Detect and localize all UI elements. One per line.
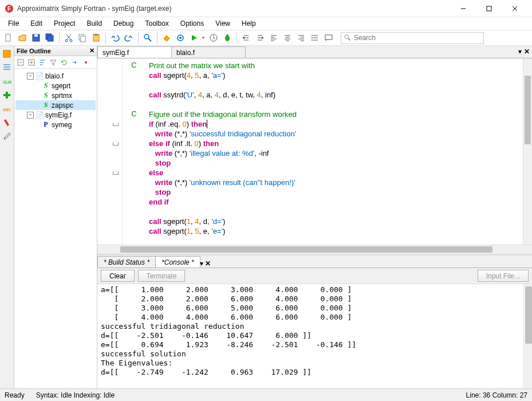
bottom-close-icon[interactable]: ✕ <box>205 260 211 268</box>
terminate-button[interactable]: Terminate <box>138 270 186 282</box>
maximize-button[interactable] <box>476 1 502 17</box>
bug-icon[interactable] <box>221 32 234 44</box>
settings-icon[interactable] <box>174 32 187 44</box>
open-icon[interactable] <box>16 32 29 44</box>
svg-text:F: F <box>7 6 11 12</box>
filter-icon[interactable] <box>48 57 58 68</box>
bottom-dropdown-icon[interactable]: ▾ <box>200 260 203 268</box>
statusbar: Ready Syntax: Idle Indexing: Idle Line: … <box>0 388 532 401</box>
menu-view[interactable]: View <box>210 18 236 29</box>
paste-icon[interactable] <box>90 32 103 44</box>
marker-icon[interactable] <box>1 117 13 128</box>
svg-point-28 <box>345 35 349 39</box>
save-all-icon[interactable] <box>44 32 56 44</box>
project-panel-icon[interactable] <box>1 48 13 60</box>
svg-rect-30 <box>3 50 10 57</box>
align-center-icon[interactable] <box>281 32 294 44</box>
editor-tabs: symEig.fblaio.f ▾ ✕ <box>97 46 532 58</box>
undo-icon[interactable] <box>109 32 121 44</box>
plugins-icon[interactable] <box>1 89 13 101</box>
sort-icon[interactable] <box>37 57 48 68</box>
refresh-icon[interactable] <box>59 57 69 68</box>
code-area[interactable]: Print out the matrix we start withcall s… <box>145 58 523 245</box>
search-icon <box>344 34 352 42</box>
svg-rect-6 <box>6 34 10 41</box>
pin-icon[interactable] <box>81 57 91 68</box>
outline-title: File Outline <box>17 48 89 54</box>
svg-rect-8 <box>34 34 38 37</box>
menu-build[interactable]: Build <box>81 18 108 29</box>
outline-tree[interactable]: −📄blaio.fSsgeprtSsprtmxSzapspc−📄symEig.f… <box>14 69 97 388</box>
svg-rect-27 <box>325 35 332 40</box>
toolbar <box>0 30 532 46</box>
copy-icon[interactable] <box>76 32 89 44</box>
titlebar: F Approximatrix Simply Fortran - symEig … <box>0 0 532 17</box>
clock-icon[interactable] <box>207 32 220 44</box>
bottom-tabs: * Build Status **Console * ▾ ✕ <box>97 255 532 268</box>
tree-item-symEig-f[interactable]: −📄symEig.f <box>15 110 96 120</box>
goto-icon[interactable] <box>70 57 80 68</box>
expand-icon[interactable] <box>26 57 37 68</box>
outline-close-icon[interactable]: ✕ <box>89 47 94 54</box>
console-scrollbar[interactable] <box>523 284 532 388</box>
svg-rect-16 <box>94 34 98 36</box>
status-ready: Ready <box>5 391 25 399</box>
bottom-tab-console[interactable]: *Console * <box>155 256 200 268</box>
abc-panel-icon[interactable]: ABC <box>1 103 13 115</box>
svg-line-29 <box>348 38 350 41</box>
menu-debug[interactable]: Debug <box>108 18 139 29</box>
new-file-icon[interactable] <box>2 32 15 44</box>
outdent-icon[interactable] <box>240 32 253 44</box>
outline-panel-icon[interactable] <box>1 62 13 73</box>
align-right-icon[interactable] <box>295 32 308 44</box>
console-output[interactable]: a=[[ 1.000 2.000 3.000 4.000 0.000 ] [ 2… <box>97 284 523 388</box>
input-file-button[interactable]: Input File... <box>478 270 529 282</box>
tree-item-sprtmx[interactable]: Ssprtmx <box>15 91 96 100</box>
run-icon[interactable] <box>188 32 200 44</box>
horizontal-scrollbar[interactable] <box>97 245 532 254</box>
close-button[interactable] <box>502 1 527 17</box>
svg-point-17 <box>144 34 149 39</box>
tree-item-sgeprt[interactable]: Ssgeprt <box>15 81 96 91</box>
search-input[interactable] <box>354 34 481 42</box>
editor-tab-symEig-f[interactable]: symEig.f <box>97 46 172 58</box>
redo-icon[interactable] <box>123 32 135 44</box>
find-icon[interactable] <box>141 32 154 44</box>
collapse-icon[interactable] <box>15 57 26 68</box>
build-icon[interactable] <box>160 32 173 44</box>
tree-item-blaio-f[interactable]: −📄blaio.f <box>15 71 96 81</box>
list-icon[interactable] <box>309 32 321 44</box>
menu-help[interactable]: Help <box>236 18 262 29</box>
console-toolbar: Clear Terminate Input File... <box>97 268 532 284</box>
menu-options[interactable]: Options <box>175 18 210 29</box>
menu-toolbox[interactable]: Toolbox <box>139 18 174 29</box>
indent-icon[interactable] <box>254 32 266 44</box>
dropper-icon[interactable] <box>1 131 13 142</box>
save-icon[interactable] <box>30 32 42 44</box>
tab-dropdown-icon[interactable]: ▾ <box>518 48 522 56</box>
vertical-scrollbar[interactable] <box>523 58 532 245</box>
editor-tab-blaio-f[interactable]: blaio.f <box>171 46 246 58</box>
menubar: FileEditProjectBuildDebugToolboxOptionsV… <box>0 17 532 30</box>
run-dropdown-icon[interactable] <box>200 32 206 44</box>
tree-item-symeg[interactable]: Psymeg <box>15 120 96 129</box>
minimize-button[interactable] <box>450 1 476 17</box>
search-box[interactable] <box>341 32 484 44</box>
code-editor[interactable]: CC Print out the matrix we start withcal… <box>97 58 532 245</box>
align-left-icon[interactable] <box>267 32 280 44</box>
comment-icon[interactable] <box>322 32 335 44</box>
bottom-tab-buildstatus[interactable]: * Build Status * <box>97 256 156 268</box>
cut-icon[interactable] <box>62 32 75 44</box>
menu-project[interactable]: Project <box>48 18 81 29</box>
menu-edit[interactable]: Edit <box>25 18 48 29</box>
svg-text:ABC: ABC <box>3 108 11 112</box>
menu-file[interactable]: File <box>2 18 25 29</box>
tab-close-all-icon[interactable]: ✕ <box>524 48 530 56</box>
svg-text:SUB: SUB <box>3 80 11 85</box>
clear-button[interactable]: Clear <box>101 270 135 282</box>
bottom-panel: * Build Status **Console * ▾ ✕ Clear Ter… <box>97 254 532 388</box>
left-tool-strip: SUB ABC <box>0 46 14 388</box>
tree-item-zapspc[interactable]: Szapspc <box>15 100 96 110</box>
app-icon: F <box>5 4 14 13</box>
sub-panel-icon[interactable]: SUB <box>1 76 13 87</box>
